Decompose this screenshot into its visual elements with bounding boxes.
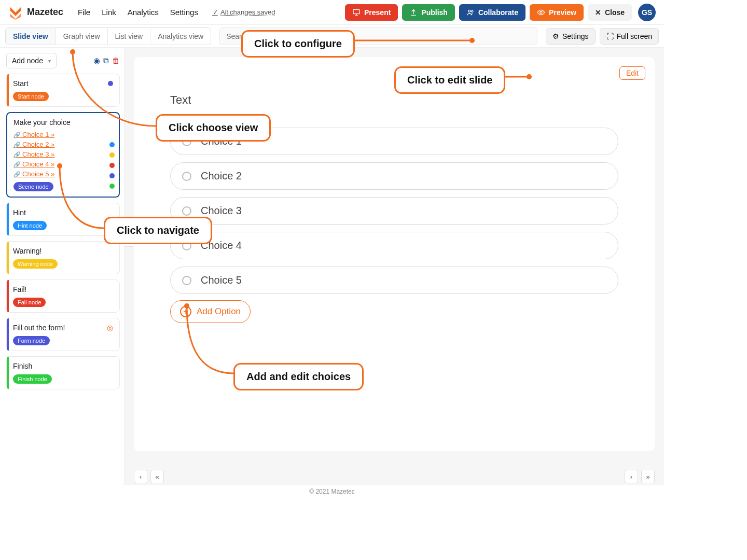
link-dot <box>109 152 115 158</box>
tab-list-view[interactable]: List view <box>108 28 151 45</box>
svg-point-3 <box>540 11 542 13</box>
view-tabs: Slide view Graph view List view Analytic… <box>5 27 211 45</box>
link-dot <box>108 81 113 86</box>
option-row[interactable]: Choice 2 <box>170 162 618 190</box>
node-card-hint[interactable]: Hint Hint node <box>6 203 120 236</box>
present-button[interactable]: Present <box>345 4 398 21</box>
svg-rect-0 <box>353 9 359 13</box>
tab-slide-view[interactable]: Slide view <box>6 28 56 45</box>
first-button[interactable]: « <box>150 470 164 483</box>
option-row[interactable]: Choice 3 <box>170 197 618 225</box>
callout-choose-view: Click choose view <box>156 114 271 142</box>
node-card-fail[interactable]: Fail! Fail node <box>6 279 120 313</box>
radio-icon <box>182 276 191 285</box>
logo-icon <box>8 5 23 20</box>
node-card-finish[interactable]: Finish Finish node <box>6 356 120 389</box>
plus-icon: + <box>180 306 191 317</box>
option-row[interactable]: Choice 4 <box>170 232 618 259</box>
node-badge-warning: Warning node <box>13 259 58 269</box>
radio-icon <box>182 206 191 216</box>
save-status: ✓ All changes saved <box>213 8 275 16</box>
fullscreen-button[interactable]: ⛶ Full screen <box>600 28 659 45</box>
node-sidebar: Add node ▾ ◉ ⧉ 🗑 Start Start node Make y… <box>0 48 125 485</box>
callout-add-edit: Add and edit choices <box>233 363 364 390</box>
publish-button[interactable]: Publish <box>402 4 455 21</box>
choice-link[interactable]: Choice 5 <box>13 170 113 178</box>
chevron-down-icon: ▾ <box>48 58 51 64</box>
callout-edit-slide: Click to edit slide <box>394 66 505 94</box>
preview-button[interactable]: Preview <box>530 4 584 21</box>
link-dot <box>109 184 115 189</box>
choice-link[interactable]: Choice 3 <box>13 150 113 158</box>
brand-logo: Mazetec <box>8 5 63 20</box>
people-icon <box>466 8 475 17</box>
nav-arrows-right: › » <box>625 470 655 483</box>
check-icon: ✓ <box>213 8 218 16</box>
node-badge-scene: Scene node <box>13 182 53 191</box>
tab-analytics-view[interactable]: Analytics view <box>150 28 211 45</box>
menu-link[interactable]: Link <box>102 8 116 17</box>
options-list: Choice 1 Choice 2 Choice 3 Choice 4 Choi… <box>170 128 618 294</box>
node-badge-start: Start node <box>13 92 49 101</box>
play-icon[interactable]: ◉ <box>93 56 100 65</box>
option-row[interactable]: Choice 5 <box>170 267 618 294</box>
footer-copyright: © 2021 Mazetec <box>0 485 664 498</box>
tab-graph-view[interactable]: Graph view <box>56 28 108 45</box>
callout-configure: Click to configure <box>241 30 355 58</box>
node-badge-fail: Fail node <box>13 298 46 307</box>
edit-slide-button[interactable]: Edit <box>619 66 645 80</box>
copy-icon[interactable]: ⧉ <box>103 56 109 65</box>
node-badge-hint: Hint node <box>13 221 47 230</box>
main-area: Add node ▾ ◉ ⧉ 🗑 Start Start node Make y… <box>0 48 664 485</box>
present-icon <box>352 8 361 17</box>
menu-file[interactable]: File <box>78 8 90 17</box>
eye-icon <box>537 8 545 17</box>
close-icon: ✕ <box>595 8 601 17</box>
top-header: Mazetec File Link Analytics Settings ✓ A… <box>0 0 664 25</box>
collaborate-button[interactable]: Collaborate <box>459 4 525 21</box>
node-card-start[interactable]: Start Start node <box>6 74 120 107</box>
close-button[interactable]: ✕ Close <box>588 4 632 21</box>
node-badge-finish: Finish node <box>13 374 52 384</box>
next-button[interactable]: › <box>625 470 638 483</box>
nav-arrows-left: ‹ « <box>134 470 164 483</box>
slide-canvas: ‹ Edit Text Choice 1 Choice 2 Choice 3 C… <box>125 48 664 485</box>
upload-icon <box>409 8 418 17</box>
node-card-warning[interactable]: Warning! Warning node <box>6 241 120 274</box>
svg-point-2 <box>472 10 473 12</box>
node-card-choice[interactable]: Make your choice Choice 1 Choice 2 Choic… <box>6 112 120 198</box>
save-status-text: All changes saved <box>220 8 275 16</box>
choice-link[interactable]: Choice 4 <box>13 160 113 168</box>
radio-icon <box>182 172 191 181</box>
link-dot <box>109 142 115 147</box>
link-dot <box>109 163 115 168</box>
menu-settings[interactable]: Settings <box>170 8 198 17</box>
add-node-dropdown[interactable]: Add node ▾ <box>6 53 57 68</box>
node-badge-form: Form node <box>13 336 50 345</box>
main-menu: File Link Analytics Settings <box>78 8 198 17</box>
svg-point-1 <box>468 10 471 12</box>
callout-navigate: Click to navigate <box>104 217 212 244</box>
expand-icon: ⛶ <box>606 32 614 40</box>
add-option-button[interactable]: + Add Option <box>170 300 251 323</box>
user-avatar[interactable]: GS <box>638 4 656 21</box>
choice-links: Choice 1 Choice 2 Choice 3 Choice 4 Choi… <box>13 131 113 178</box>
settings-button[interactable]: ⚙ Settings <box>546 28 596 45</box>
target-icon: ◎ <box>107 324 113 332</box>
choice-link[interactable]: Choice 1 <box>13 131 113 138</box>
node-card-form[interactable]: Fill out the form!◎ Form node <box>6 318 120 351</box>
brand-name: Mazetec <box>27 7 63 18</box>
gear-icon: ⚙ <box>552 32 559 40</box>
prev-button[interactable]: ‹ <box>134 470 147 483</box>
menu-analytics[interactable]: Analytics <box>128 8 159 17</box>
last-button[interactable]: » <box>641 470 655 483</box>
slide-text-label: Text <box>170 93 618 107</box>
trash-icon[interactable]: 🗑 <box>112 56 120 65</box>
link-dot <box>109 173 115 178</box>
choice-link[interactable]: Choice 2 <box>13 141 113 148</box>
